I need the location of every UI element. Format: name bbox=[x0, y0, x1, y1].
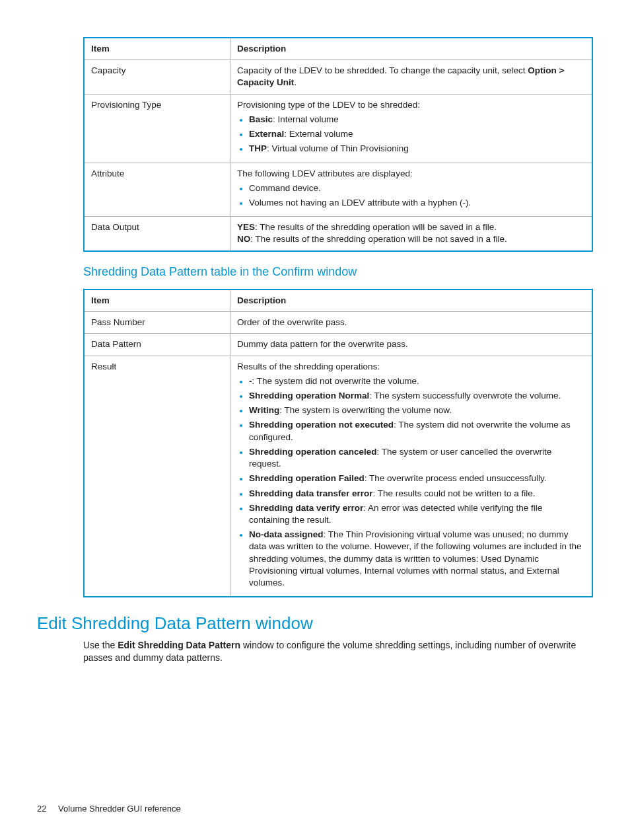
col-header-description: Description bbox=[230, 38, 593, 60]
table-row: CapacityCapacity of the LDEV to be shred… bbox=[84, 60, 592, 94]
list-item: Shredding operation Normal: The system s… bbox=[249, 390, 585, 402]
list-item: Shredding operation not executed: The sy… bbox=[249, 419, 585, 443]
list-item: No-data assigned: The Thin Provisioning … bbox=[249, 529, 585, 589]
row-item: Result bbox=[84, 356, 230, 597]
list-item: THP: Virtual volume of Thin Provisioning bbox=[249, 143, 585, 155]
row-description: Results of the shredding operations:-: T… bbox=[230, 356, 593, 597]
list-item: Writing: The system is overwriting the v… bbox=[249, 404, 585, 416]
confirm-window-table: Item Description CapacityCapacity of the… bbox=[83, 37, 593, 252]
row-description: Order of the overwrite pass. bbox=[230, 312, 593, 334]
list-item: External: External volume bbox=[249, 128, 585, 140]
list-item: Volumes not having an LDEV attribute wit… bbox=[249, 197, 585, 209]
list-item: Shredding operation Failed: The overwrit… bbox=[249, 473, 585, 484]
bullet-list: -: The system did not overwrite the volu… bbox=[237, 375, 585, 590]
table-row: AttributeThe following LDEV attributes a… bbox=[84, 163, 592, 217]
list-item: Shredding data verify error: An error wa… bbox=[249, 502, 585, 526]
line-item: NO: The results of the shredding operati… bbox=[237, 233, 585, 245]
list-item: Basic: Internal volume bbox=[249, 114, 585, 126]
table-row: Data OutputYES: The results of the shred… bbox=[84, 217, 592, 251]
row-item: Data Pattern bbox=[84, 334, 230, 356]
edit-shredding-section-title: Edit Shredding Data Pattern window bbox=[37, 612, 593, 635]
row-item: Pass Number bbox=[84, 312, 230, 334]
row-item: Capacity bbox=[84, 60, 230, 94]
col-header-description: Description bbox=[230, 289, 593, 312]
bullet-list: Command device.Volumes not having an LDE… bbox=[237, 182, 585, 209]
row-item: Attribute bbox=[84, 163, 230, 217]
row-description: Capacity of the LDEV to be shredded. To … bbox=[230, 60, 593, 94]
list-item: Shredding operation canceled: The system… bbox=[249, 446, 585, 470]
table1-body: CapacityCapacity of the LDEV to be shred… bbox=[84, 60, 592, 251]
list-item: -: The system did not overwrite the volu… bbox=[249, 375, 585, 387]
table2-body: Pass NumberOrder of the overwrite pass.D… bbox=[84, 312, 592, 597]
table-row: Data PatternDummy data pattern for the o… bbox=[84, 334, 592, 356]
table-row: Provisioning TypeProvisioning type of th… bbox=[84, 94, 592, 163]
shredding-pattern-subhead: Shredding Data Pattern table in the Conf… bbox=[37, 264, 593, 280]
line-item: YES: The results of the shredding operat… bbox=[237, 221, 585, 233]
col-header-item: Item bbox=[84, 289, 230, 312]
row-description: Provisioning type of the LDEV to be shre… bbox=[230, 94, 593, 163]
row-item: Provisioning Type bbox=[84, 94, 230, 163]
row-item: Data Output bbox=[84, 217, 230, 251]
col-header-item: Item bbox=[84, 38, 230, 60]
list-item: Command device. bbox=[249, 182, 585, 194]
row-description: The following LDEV attributes are displa… bbox=[230, 163, 593, 217]
shredding-pattern-table: Item Description Pass NumberOrder of the… bbox=[83, 289, 593, 597]
table-row: Pass NumberOrder of the overwrite pass. bbox=[84, 312, 592, 334]
row-description: Dummy data pattern for the overwrite pas… bbox=[230, 334, 593, 356]
bullet-list: Basic: Internal volumeExternal: External… bbox=[237, 114, 585, 155]
edit-shredding-section-para: Use the Edit Shredding Data Pattern wind… bbox=[83, 639, 593, 664]
row-description: YES: The results of the shredding operat… bbox=[230, 217, 593, 251]
table-row: ResultResults of the shredding operation… bbox=[84, 356, 592, 597]
list-item: Shredding data transfer error: The resul… bbox=[249, 488, 585, 500]
